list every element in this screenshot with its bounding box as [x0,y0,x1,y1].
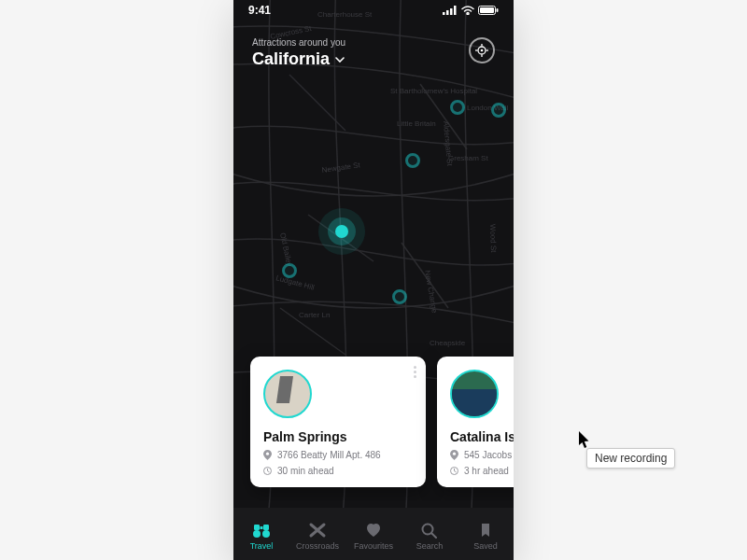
svg-rect-0 [443,12,445,15]
map-marker[interactable] [405,153,420,168]
svg-point-20 [253,530,261,538]
card-thumbnail [450,370,499,418]
battery-icon [478,6,499,15]
tab-crossroads[interactable]: Crossroads [292,522,343,551]
svg-rect-19 [261,526,263,529]
map-marker[interactable] [450,100,465,115]
pin-icon [263,450,272,460]
clock-icon [263,467,272,475]
svg-rect-6 [497,8,499,12]
status-icons [443,6,499,15]
tab-search[interactable]: Search [404,522,455,551]
pin-icon [450,450,458,460]
tab-bar: Travel Crossroads Favourites Search Save… [233,508,514,560]
clock-icon [450,467,458,475]
tooltip: New recording [586,448,675,469]
svg-rect-5 [480,7,494,13]
attraction-card[interactable]: Catalina Island 545 Jacobs Curve 3 hr ah… [437,357,514,487]
street-label: Ludgate Hill [275,273,315,292]
tab-favourites[interactable]: Favourites [348,522,399,551]
wifi-icon [461,6,474,15]
signal-icon [443,6,458,15]
tab-label: Crossroads [296,541,339,551]
street-label: Gresham St [448,154,488,162]
card-time: 3 hr ahead [464,466,509,476]
tab-label: Travel [250,541,274,551]
map-marker[interactable] [491,103,506,118]
svg-rect-1 [446,10,449,15]
attraction-card[interactable]: Palm Springs 3766 Beatty Mill Apt. 486 3… [250,357,426,487]
locate-button[interactable] [469,37,495,63]
card-title: Catalina Island [450,429,514,444]
tab-travel[interactable]: Travel [236,522,287,551]
svg-rect-17 [254,525,260,530]
search-icon [420,522,439,539]
map-marker[interactable] [282,263,297,278]
cards-carousel[interactable]: Palm Springs 3766 Beatty Mill Apt. 486 3… [233,343,514,500]
street-label: Little Britain [397,119,436,128]
header: Attractions around you California [233,37,514,69]
tab-label: Search [416,541,444,551]
svg-rect-3 [454,6,457,15]
status-time: 9:41 [248,4,271,17]
binoculars-icon [252,522,271,539]
street-label: Wood St [488,224,498,254]
crosshair-icon [475,44,488,57]
card-title: Palm Springs [263,429,413,444]
tab-label: Favourites [354,541,393,551]
card-address: 545 Jacobs Curve [464,450,514,460]
mouse-cursor [579,431,592,450]
header-subtitle: Attractions around you [252,37,345,48]
map-marker-active[interactable] [335,225,348,238]
phone-frame: Charterhouse St Cowcross St St Bartholom… [233,0,514,560]
card-address: 3766 Beatty Mill Apt. 486 [277,450,381,460]
card-time: 30 min ahead [277,466,334,476]
street-label: Carter Ln [299,311,330,319]
svg-point-15 [453,453,456,455]
svg-point-13 [266,453,269,455]
svg-rect-18 [263,525,269,530]
heart-icon [364,522,383,539]
map-marker[interactable] [392,289,407,304]
street-label: St Bartholomew's Hospital [390,87,477,95]
card-thumbnail [263,370,312,418]
status-bar: 9:41 [233,0,514,21]
svg-point-21 [262,530,270,538]
street-label: Old Bailey [278,232,293,268]
tab-label: Saved [473,541,498,551]
bookmark-icon [476,522,495,539]
location-name: California [252,49,330,69]
card-more-button[interactable] [414,366,416,378]
location-selector[interactable]: California [252,49,345,69]
svg-rect-2 [450,8,453,15]
tab-saved[interactable]: Saved [460,522,511,551]
svg-line-23 [432,533,437,538]
crossroads-icon [308,522,327,539]
street-label: Newgate St [321,161,361,175]
chevron-down-icon [335,57,345,63]
svg-point-8 [481,49,484,52]
